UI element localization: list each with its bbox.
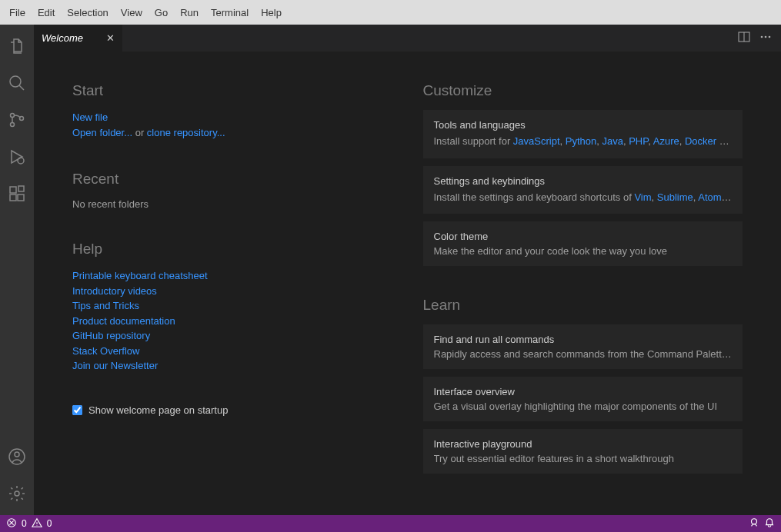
customize-section: Customize Tools and languages Install su… [423,82,743,266]
playground-card[interactable]: Interactive playground Try out essential… [423,429,743,474]
inline-link[interactable]: Sublime [657,191,693,203]
inline-link[interactable]: Python [566,135,596,147]
tab-title: Welcome [42,32,83,44]
svg-point-14 [765,36,767,38]
errors-icon[interactable] [6,517,17,530]
help-link[interactable]: GitHub repository [72,328,392,344]
inline-link[interactable]: PHP [629,135,648,147]
inline-link[interactable]: Java [602,135,622,147]
inline-link[interactable]: Docker [685,135,716,147]
source-control-icon[interactable] [0,101,34,138]
svg-point-2 [11,123,15,127]
svg-rect-7 [18,195,24,201]
overview-sub: Get a visual overlay highlighting the ma… [434,401,733,412]
tools-sub: Install support for JavaScript, Python, … [434,134,733,149]
warnings-icon[interactable] [32,517,42,530]
tools-card[interactable]: Tools and languages Install support for … [423,110,743,158]
help-heading: Help [72,241,392,258]
menu-view[interactable]: View [115,4,149,22]
interface-overview-card[interactable]: Interface overview Get a visual overlay … [423,377,743,421]
open-folder-link[interactable]: Open folder... [72,127,132,138]
feedback-icon[interactable] [749,517,759,530]
more-actions-icon[interactable] [759,31,772,45]
welcome-page: Start New file Open folder... or clone r… [34,52,781,515]
svg-rect-6 [10,195,16,201]
new-file-link[interactable]: New file [72,111,108,123]
inline-link[interactable]: JavaScript [513,135,560,147]
inline-link[interactable]: Vim [634,191,651,203]
svg-point-13 [761,36,763,38]
keys-sub: Install the settings and keyboard shortc… [434,190,733,205]
svg-point-10 [15,452,19,457]
help-link[interactable]: Printable keyboard cheatsheet [72,268,392,284]
recent-empty: No recent folders [72,198,392,210]
show-welcome-label: Show welcome page on startup [88,404,228,416]
menu-edit[interactable]: Edit [32,4,61,22]
show-welcome-checkbox[interactable] [72,405,82,415]
inline-link[interactable]: Atom [698,191,731,203]
recent-section: Recent No recent folders [72,171,392,210]
svg-point-0 [10,76,21,87]
tabs-bar: Welcome ✕ [34,25,781,52]
errors-count[interactable]: 0 [22,518,27,529]
start-heading: Start [72,82,392,99]
recent-heading: Recent [72,171,392,188]
svg-point-17 [752,518,757,524]
learn-heading: Learn [423,297,743,314]
menu-file[interactable]: File [3,4,32,22]
help-section: Help Printable keyboard cheatsheetIntrod… [72,241,392,374]
svg-point-15 [769,36,771,38]
overview-title: Interface overview [434,386,733,397]
menu-run[interactable]: Run [174,4,205,22]
status-bar: 0 0 [0,515,781,532]
menubar: FileEditSelectionViewGoRunTerminalHelp [0,0,781,25]
keys-title: Settings and keybindings [434,175,733,187]
editor-area: Welcome ✕ Start New file Open fo [34,25,781,515]
svg-point-1 [11,114,15,118]
find-commands-card[interactable]: Find and run all commands Rapidly access… [423,324,743,369]
playground-sub: Try out essential editor features in a s… [434,453,733,464]
start-section: Start New file Open folder... or clone r… [72,82,392,140]
theme-title: Color theme [434,231,733,242]
svg-point-4 [18,158,24,164]
menu-selection[interactable]: Selection [61,4,114,22]
svg-rect-5 [10,187,16,193]
help-link[interactable]: Tips and Tricks [72,298,392,314]
keybindings-card[interactable]: Settings and keybindings Install the set… [423,166,743,214]
show-welcome-row: Show welcome page on startup [72,404,392,416]
inline-link[interactable]: Azure [653,135,679,147]
svg-rect-8 [18,186,24,191]
or-text: or [132,127,147,138]
search-icon[interactable] [0,65,34,101]
help-link[interactable]: Product documentation [72,314,392,329]
theme-sub: Make the editor and your code look the w… [434,245,733,257]
menu-help[interactable]: Help [255,4,288,22]
close-icon[interactable]: ✕ [106,32,115,44]
find-sub: Rapidly access and search commands from … [434,348,733,360]
clone-repo-link[interactable]: clone repository... [147,127,225,138]
color-theme-card[interactable]: Color theme Make the editor and your cod… [423,221,743,266]
main-area: Welcome ✕ Start New file Open fo [0,25,781,515]
help-link[interactable]: Introductory videos [72,284,392,299]
run-debug-icon[interactable] [0,138,34,175]
find-title: Find and run all commands [434,334,733,345]
menu-terminal[interactable]: Terminal [205,4,255,22]
settings-gear-icon[interactable] [0,475,34,512]
extensions-icon[interactable] [0,175,34,212]
menu-go[interactable]: Go [149,4,174,22]
help-link[interactable]: Join our Newsletter [72,358,392,374]
bell-icon[interactable] [764,517,775,530]
svg-point-11 [15,491,19,496]
explorer-icon[interactable] [0,28,34,65]
tools-title: Tools and languages [434,119,733,131]
tab-welcome[interactable]: Welcome ✕ [34,25,122,52]
warnings-count[interactable]: 0 [47,518,52,529]
accounts-icon[interactable] [0,438,34,475]
learn-section: Learn Find and run all commands Rapidly … [423,297,743,474]
activity-bar [0,25,34,515]
split-editor-icon[interactable] [738,31,750,45]
help-link[interactable]: Stack Overflow [72,344,392,359]
playground-title: Interactive playground [434,438,733,450]
customize-heading: Customize [423,82,743,99]
